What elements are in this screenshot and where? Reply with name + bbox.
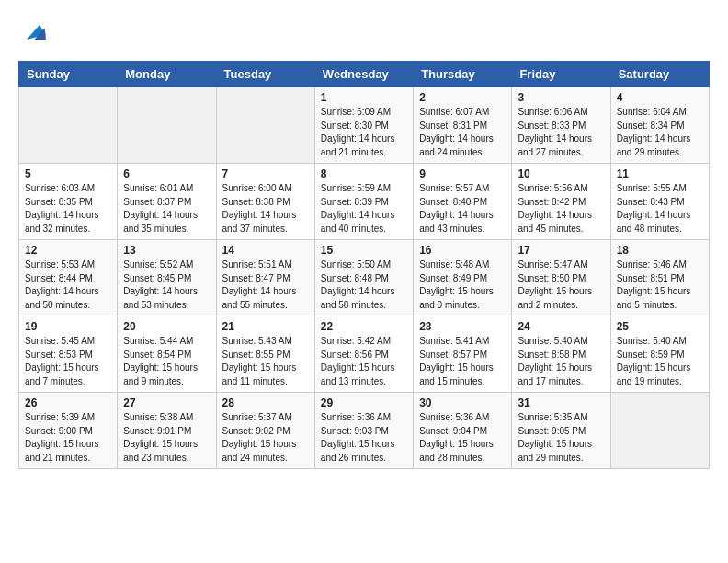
day-info: Sunrise: 6:03 AM Sunset: 8:35 PM Dayligh… (25, 182, 111, 236)
day-number: 1 (321, 91, 407, 104)
calendar-cell: 11Sunrise: 5:55 AM Sunset: 8:43 PM Dayli… (610, 164, 709, 240)
day-number: 26 (25, 396, 111, 409)
day-info: Sunrise: 6:04 AM Sunset: 8:34 PM Dayligh… (617, 106, 703, 159)
page: SundayMondayTuesdayWednesdayThursdayFrid… (0, 0, 728, 488)
calendar-cell: 16Sunrise: 5:48 AM Sunset: 8:49 PM Dayli… (414, 240, 512, 316)
day-info: Sunrise: 5:37 AM Sunset: 9:02 PM Dayligh… (222, 411, 309, 465)
day-number: 13 (123, 244, 210, 257)
calendar-cell: 7Sunrise: 6:00 AM Sunset: 8:38 PM Daylig… (216, 164, 314, 240)
day-info: Sunrise: 5:40 AM Sunset: 8:59 PM Dayligh… (617, 335, 703, 388)
day-info: Sunrise: 5:46 AM Sunset: 8:51 PM Dayligh… (617, 259, 703, 312)
day-info: Sunrise: 5:42 AM Sunset: 8:56 PM Dayligh… (321, 335, 407, 388)
day-number: 4 (617, 91, 703, 104)
calendar-cell: 14Sunrise: 5:51 AM Sunset: 8:47 PM Dayli… (216, 240, 314, 316)
day-info: Sunrise: 5:51 AM Sunset: 8:47 PM Dayligh… (222, 259, 309, 312)
calendar-cell: 29Sunrise: 5:36 AM Sunset: 9:03 PM Dayli… (314, 393, 413, 469)
day-info: Sunrise: 5:50 AM Sunset: 8:48 PM Dayligh… (321, 259, 407, 312)
day-number: 19 (25, 320, 111, 333)
weekday-header: Tuesday (216, 62, 314, 87)
day-number: 23 (419, 320, 506, 333)
day-info: Sunrise: 5:59 AM Sunset: 8:39 PM Dayligh… (321, 182, 407, 236)
calendar-week-row: 1Sunrise: 6:09 AM Sunset: 8:30 PM Daylig… (19, 87, 710, 164)
day-number: 28 (222, 396, 309, 409)
day-info: Sunrise: 5:55 AM Sunset: 8:43 PM Dayligh… (617, 182, 703, 236)
day-number: 16 (419, 244, 506, 257)
day-info: Sunrise: 5:36 AM Sunset: 9:03 PM Dayligh… (321, 411, 407, 465)
day-number: 6 (123, 167, 210, 180)
day-number: 12 (25, 244, 111, 257)
calendar-cell: 26Sunrise: 5:39 AM Sunset: 9:00 PM Dayli… (19, 393, 118, 469)
day-info: Sunrise: 5:38 AM Sunset: 9:01 PM Dayligh… (123, 411, 210, 465)
calendar-cell: 3Sunrise: 6:06 AM Sunset: 8:33 PM Daylig… (512, 87, 610, 164)
calendar-week-row: 5Sunrise: 6:03 AM Sunset: 8:35 PM Daylig… (19, 164, 710, 240)
calendar-cell: 1Sunrise: 6:09 AM Sunset: 8:30 PM Daylig… (314, 87, 413, 164)
day-info: Sunrise: 5:56 AM Sunset: 8:42 PM Dayligh… (518, 182, 604, 236)
day-number: 31 (518, 396, 604, 409)
weekday-header: Wednesday (314, 62, 413, 87)
calendar-cell: 4Sunrise: 6:04 AM Sunset: 8:34 PM Daylig… (610, 87, 709, 164)
day-info: Sunrise: 5:47 AM Sunset: 8:50 PM Dayligh… (518, 259, 604, 312)
calendar-cell: 17Sunrise: 5:47 AM Sunset: 8:50 PM Dayli… (512, 240, 610, 316)
day-number: 24 (518, 320, 604, 333)
day-number: 15 (321, 244, 407, 257)
calendar-cell: 24Sunrise: 5:40 AM Sunset: 8:58 PM Dayli… (512, 316, 610, 393)
weekday-header: Thursday (414, 62, 512, 87)
calendar-cell: 19Sunrise: 5:45 AM Sunset: 8:53 PM Dayli… (19, 316, 118, 393)
calendar-cell: 2Sunrise: 6:07 AM Sunset: 8:31 PM Daylig… (414, 87, 512, 164)
calendar-cell: 6Sunrise: 6:01 AM Sunset: 8:37 PM Daylig… (118, 164, 216, 240)
day-info: Sunrise: 6:00 AM Sunset: 8:38 PM Dayligh… (222, 182, 309, 236)
calendar-cell: 30Sunrise: 5:36 AM Sunset: 9:04 PM Dayli… (414, 393, 512, 469)
day-number: 8 (321, 167, 407, 180)
weekday-header: Monday (118, 62, 216, 87)
day-number: 10 (518, 167, 604, 180)
day-info: Sunrise: 5:36 AM Sunset: 9:04 PM Dayligh… (419, 411, 506, 465)
day-number: 3 (518, 91, 604, 104)
day-info: Sunrise: 5:57 AM Sunset: 8:40 PM Dayligh… (419, 182, 506, 236)
weekday-header: Sunday (19, 62, 118, 87)
logo-icon (20, 18, 46, 44)
day-number: 22 (321, 320, 407, 333)
calendar-week-row: 19Sunrise: 5:45 AM Sunset: 8:53 PM Dayli… (19, 316, 710, 393)
calendar-cell: 12Sunrise: 5:53 AM Sunset: 8:44 PM Dayli… (19, 240, 118, 316)
day-number: 30 (419, 396, 506, 409)
weekday-header-row: SundayMondayTuesdayWednesdayThursdayFrid… (19, 62, 710, 87)
calendar: SundayMondayTuesdayWednesdayThursdayFrid… (18, 61, 710, 469)
day-number: 9 (419, 167, 506, 180)
calendar-cell: 31Sunrise: 5:35 AM Sunset: 9:05 PM Dayli… (512, 393, 610, 469)
day-info: Sunrise: 5:41 AM Sunset: 8:57 PM Dayligh… (419, 335, 506, 388)
header (18, 18, 710, 46)
calendar-cell: 22Sunrise: 5:42 AM Sunset: 8:56 PM Dayli… (314, 316, 413, 393)
calendar-cell (216, 87, 314, 164)
day-info: Sunrise: 6:01 AM Sunset: 8:37 PM Dayligh… (123, 182, 210, 236)
calendar-cell (118, 87, 216, 164)
day-number: 18 (617, 244, 703, 257)
calendar-week-row: 26Sunrise: 5:39 AM Sunset: 9:00 PM Dayli… (19, 393, 710, 469)
calendar-cell: 20Sunrise: 5:44 AM Sunset: 8:54 PM Dayli… (118, 316, 216, 393)
day-info: Sunrise: 6:06 AM Sunset: 8:33 PM Dayligh… (518, 106, 604, 159)
day-number: 20 (123, 320, 210, 333)
day-number: 7 (222, 167, 309, 180)
day-info: Sunrise: 5:35 AM Sunset: 9:05 PM Dayligh… (518, 411, 604, 465)
day-info: Sunrise: 5:43 AM Sunset: 8:55 PM Dayligh… (222, 335, 309, 388)
calendar-cell: 10Sunrise: 5:56 AM Sunset: 8:42 PM Dayli… (512, 164, 610, 240)
calendar-cell: 25Sunrise: 5:40 AM Sunset: 8:59 PM Dayli… (610, 316, 709, 393)
calendar-cell (610, 393, 709, 469)
day-number: 2 (419, 91, 506, 104)
calendar-cell: 15Sunrise: 5:50 AM Sunset: 8:48 PM Dayli… (314, 240, 413, 316)
calendar-cell: 27Sunrise: 5:38 AM Sunset: 9:01 PM Dayli… (118, 393, 216, 469)
calendar-cell (19, 87, 118, 164)
calendar-cell: 9Sunrise: 5:57 AM Sunset: 8:40 PM Daylig… (414, 164, 512, 240)
calendar-cell: 23Sunrise: 5:41 AM Sunset: 8:57 PM Dayli… (414, 316, 512, 393)
day-info: Sunrise: 5:40 AM Sunset: 8:58 PM Dayligh… (518, 335, 604, 388)
day-info: Sunrise: 6:09 AM Sunset: 8:30 PM Dayligh… (321, 106, 407, 159)
day-number: 21 (222, 320, 309, 333)
calendar-cell: 8Sunrise: 5:59 AM Sunset: 8:39 PM Daylig… (314, 164, 413, 240)
calendar-cell: 13Sunrise: 5:52 AM Sunset: 8:45 PM Dayli… (118, 240, 216, 316)
calendar-week-row: 12Sunrise: 5:53 AM Sunset: 8:44 PM Dayli… (19, 240, 710, 316)
day-info: Sunrise: 5:45 AM Sunset: 8:53 PM Dayligh… (25, 335, 111, 388)
weekday-header: Saturday (610, 62, 709, 87)
calendar-cell: 5Sunrise: 6:03 AM Sunset: 8:35 PM Daylig… (19, 164, 118, 240)
day-number: 29 (321, 396, 407, 409)
day-info: Sunrise: 5:52 AM Sunset: 8:45 PM Dayligh… (123, 259, 210, 312)
day-info: Sunrise: 5:39 AM Sunset: 9:00 PM Dayligh… (25, 411, 111, 465)
